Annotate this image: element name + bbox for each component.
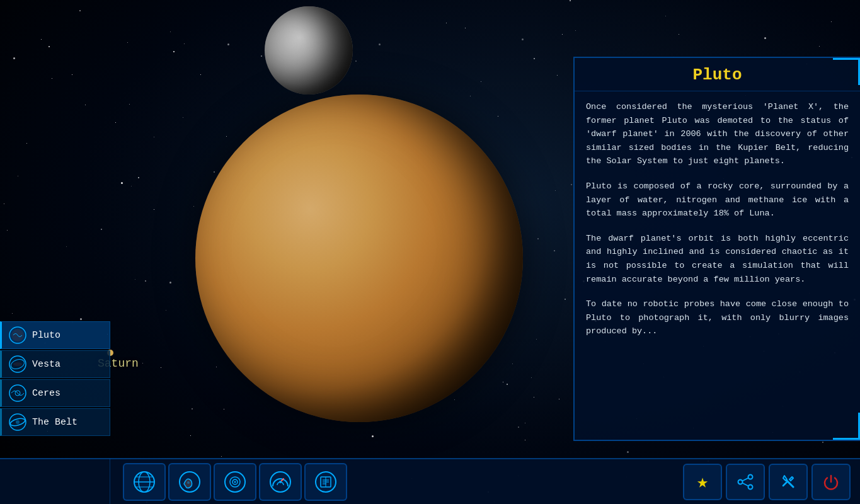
nav-asteroid-button[interactable]: [168, 463, 211, 501]
book-icon: [314, 470, 338, 494]
info-paragraph-3: The dwarf planet's orbit is both highly …: [586, 232, 849, 286]
tools-button[interactable]: [769, 464, 808, 500]
info-paragraph-1: Once considered the mysterious 'Planet X…: [586, 100, 849, 168]
nav-globe-button[interactable]: [123, 463, 166, 501]
info-panel-title: Pluto: [575, 58, 860, 91]
svg-point-9: [16, 420, 20, 424]
sidebar-item-pluto[interactable]: Pluto: [0, 321, 110, 349]
belt-section: [0, 459, 110, 504]
sidebar-label-pluto: Pluto: [32, 330, 60, 341]
nav-speed-button[interactable]: [259, 463, 302, 501]
favorite-button[interactable]: ★: [683, 464, 722, 500]
svg-line-33: [742, 478, 748, 481]
globe-icon: [132, 470, 156, 494]
speedometer-icon: [268, 470, 292, 494]
sidebar-label-vesta: Vesta: [32, 359, 60, 370]
sidebar-label-ceres: Ceres: [32, 388, 60, 399]
share-button[interactable]: [726, 464, 765, 500]
svg-point-16: [187, 481, 190, 484]
pluto-icon: [8, 326, 27, 345]
svg-point-20: [234, 481, 236, 483]
vesta-icon: [8, 355, 27, 374]
sidebar-item-vesta[interactable]: Vesta: [0, 350, 110, 378]
right-actions: ★: [683, 464, 860, 500]
rings-icon: [223, 470, 247, 494]
sidebar: Pluto Vesta Ceres The Belt: [0, 321, 110, 437]
info-paragraph-4: To date no robotic probes have come clos…: [586, 297, 849, 338]
info-panel: Pluto Once considered the mysterious 'Pl…: [573, 57, 860, 441]
saturn-label: Saturn: [107, 350, 139, 370]
svg-point-4: [13, 362, 22, 366]
info-panel-body[interactable]: Once considered the mysterious 'Planet X…: [575, 91, 860, 438]
bottom-bar: ★: [0, 458, 860, 504]
pluto-planet-visual: [195, 94, 523, 422]
svg-point-23: [279, 481, 282, 483]
svg-line-34: [742, 483, 748, 486]
power-icon: [821, 472, 841, 492]
power-button[interactable]: [811, 464, 851, 500]
asteroid-icon: [178, 470, 202, 494]
nav-book-button[interactable]: [304, 463, 347, 501]
tools-icon: [778, 472, 798, 492]
moon-visual: [265, 6, 353, 94]
svg-line-36: [783, 482, 787, 486]
share-icon: [735, 472, 755, 492]
nav-rings-button[interactable]: [214, 463, 256, 501]
sidebar-item-the-belt[interactable]: The Belt: [0, 408, 110, 436]
bottom-nav: [110, 463, 410, 501]
info-paragraph-2: Pluto is composed of a rocky core, surro…: [586, 180, 849, 220]
svg-point-31: [748, 474, 753, 479]
sidebar-label-the-belt: The Belt: [32, 417, 77, 428]
belt-icon: [8, 413, 27, 432]
svg-line-35: [786, 480, 793, 487]
svg-point-30: [738, 479, 743, 484]
sidebar-item-ceres[interactable]: Ceres: [0, 379, 110, 407]
svg-point-32: [748, 484, 753, 489]
ceres-icon: [8, 384, 27, 403]
